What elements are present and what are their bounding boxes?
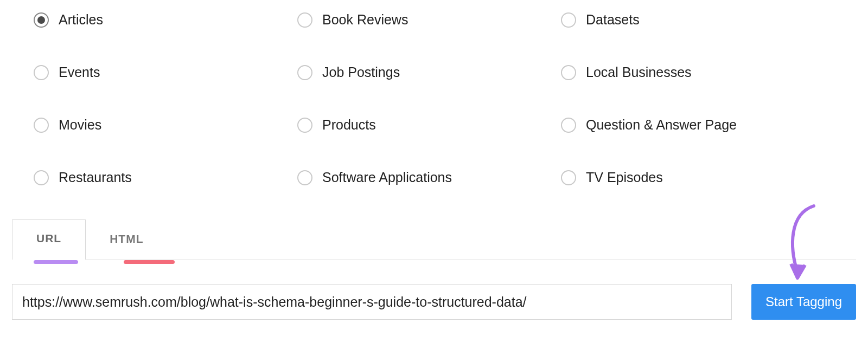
radio-icon [561, 12, 576, 28]
tab-label: HTML [110, 232, 143, 245]
radio-label: Job Postings [322, 64, 400, 80]
radio-label: Software Applications [322, 170, 452, 185]
radio-icon [34, 12, 49, 28]
radio-label: Datasets [586, 12, 640, 28]
data-type-radio-group: Articles Book Reviews Datasets Events Jo… [0, 0, 825, 185]
radio-icon [297, 170, 312, 185]
radio-label: Movies [59, 117, 101, 133]
radio-option-restaurants[interactable]: Restaurants [34, 170, 297, 185]
tab-label: URL [36, 232, 61, 244]
radio-label: Local Businesses [586, 64, 692, 80]
radio-icon [34, 118, 49, 133]
radio-option-articles[interactable]: Articles [34, 12, 297, 28]
radio-icon [561, 118, 576, 133]
radio-option-software-applications[interactable]: Software Applications [297, 170, 561, 185]
radio-option-book-reviews[interactable]: Book Reviews [297, 12, 561, 28]
url-input[interactable] [12, 284, 732, 320]
radio-icon [34, 65, 49, 80]
input-mode-tabs: URL HTML [12, 219, 856, 260]
radio-icon [34, 170, 49, 185]
radio-option-datasets[interactable]: Datasets [561, 12, 825, 28]
radio-icon [561, 65, 576, 80]
annotation-underline-url [34, 260, 78, 264]
radio-option-job-postings[interactable]: Job Postings [297, 64, 561, 80]
tab-url[interactable]: URL [12, 219, 86, 260]
tab-html[interactable]: HTML [86, 221, 167, 260]
radio-icon [297, 12, 312, 28]
radio-label: Events [59, 64, 100, 80]
radio-icon [561, 170, 576, 185]
radio-option-events[interactable]: Events [34, 64, 297, 80]
radio-icon [297, 118, 312, 133]
radio-option-tv-episodes[interactable]: TV Episodes [561, 170, 825, 185]
url-input-row: Start Tagging [12, 284, 856, 320]
radio-option-local-businesses[interactable]: Local Businesses [561, 64, 825, 80]
start-tagging-button[interactable]: Start Tagging [751, 284, 856, 320]
radio-label: Question & Answer Page [586, 117, 737, 133]
radio-icon [297, 65, 312, 80]
radio-option-products[interactable]: Products [297, 117, 561, 133]
radio-label: TV Episodes [586, 170, 663, 185]
radio-label: Restaurants [59, 170, 132, 185]
radio-label: Book Reviews [322, 12, 408, 28]
radio-label: Products [322, 117, 376, 133]
radio-option-movies[interactable]: Movies [34, 117, 297, 133]
annotation-underline-html [124, 260, 175, 264]
radio-label: Articles [59, 12, 103, 28]
radio-option-qa-page[interactable]: Question & Answer Page [561, 117, 825, 133]
